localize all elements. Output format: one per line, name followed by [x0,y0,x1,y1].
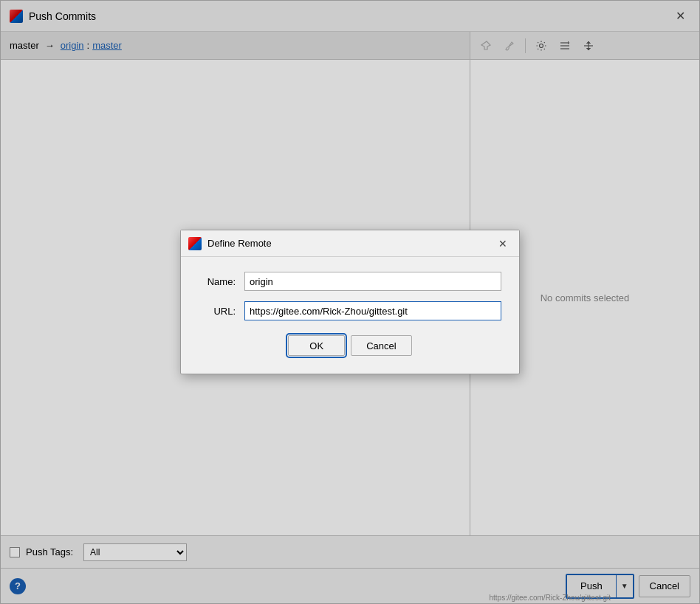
name-input[interactable] [244,272,501,291]
dialog-ok-button[interactable]: OK [288,335,345,356]
dialog-title: Define Remote [207,238,494,249]
url-input[interactable] [244,301,501,320]
modal-overlay: Define Remote ✕ Name: URL: OK Cancel [1,1,699,603]
dialog-cancel-button[interactable]: Cancel [351,335,411,356]
define-remote-dialog: Define Remote ✕ Name: URL: OK Cancel [180,230,520,374]
dialog-app-icon [188,237,202,250]
dialog-title-bar: Define Remote ✕ [181,230,519,257]
dialog-actions: OK Cancel [199,335,501,356]
url-field-row: URL: [199,301,501,320]
main-window: Push Commits ✕ master → origin : master [0,0,700,604]
url-label: URL: [199,306,236,317]
dialog-close-button[interactable]: ✕ [494,235,512,253]
name-field-row: Name: [199,272,501,291]
name-label: Name: [199,276,236,287]
dialog-body: Name: URL: OK Cancel [181,257,519,374]
